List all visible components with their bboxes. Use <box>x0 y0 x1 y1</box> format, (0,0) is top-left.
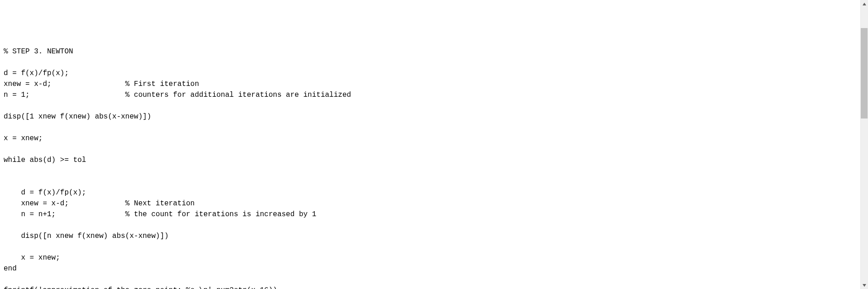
code-line: while abs(d) >= tol <box>4 155 851 166</box>
code-line: % STEP 3. NEWTON <box>4 46 851 57</box>
code-line: xnew = x-d; % First iteration <box>4 79 851 90</box>
code-line: n = n+1; % the count for iterations is i… <box>4 209 851 220</box>
code-line: end <box>4 263 851 274</box>
code-line <box>4 144 851 155</box>
scroll-up-arrow-icon[interactable] <box>860 0 868 8</box>
code-line <box>4 242 851 252</box>
code-line <box>4 176 851 187</box>
code-line: fprintf('approximation of the zero point… <box>4 285 851 289</box>
code-line: n = 1; % counters for additional iterati… <box>4 90 851 100</box>
code-line <box>4 100 851 111</box>
code-line: xnew = x-d; % Next iteration <box>4 198 851 209</box>
code-line: disp([1 xnew f(xnew) abs(x-xnew)]) <box>4 111 851 122</box>
code-line <box>4 166 851 176</box>
code-line: d = f(x)/fp(x); <box>4 187 851 198</box>
scroll-down-arrow-icon[interactable] <box>860 281 868 289</box>
code-line <box>4 57 851 68</box>
code-line <box>4 220 851 231</box>
code-line <box>4 122 851 133</box>
code-line: d = f(x)/fp(x); <box>4 68 851 79</box>
code-line: disp([n xnew f(xnew) abs(x-xnew)]) <box>4 231 851 242</box>
vertical-scrollbar[interactable] <box>860 0 868 289</box>
code-line <box>4 274 851 285</box>
scrollbar-thumb[interactable] <box>861 28 868 118</box>
code-editor-content[interactable]: % STEP 3. NEWTONd = f(x)/fp(x);xnew = x-… <box>0 43 855 289</box>
code-line: x = xnew; <box>4 252 851 263</box>
code-line: x = xnew; <box>4 133 851 144</box>
